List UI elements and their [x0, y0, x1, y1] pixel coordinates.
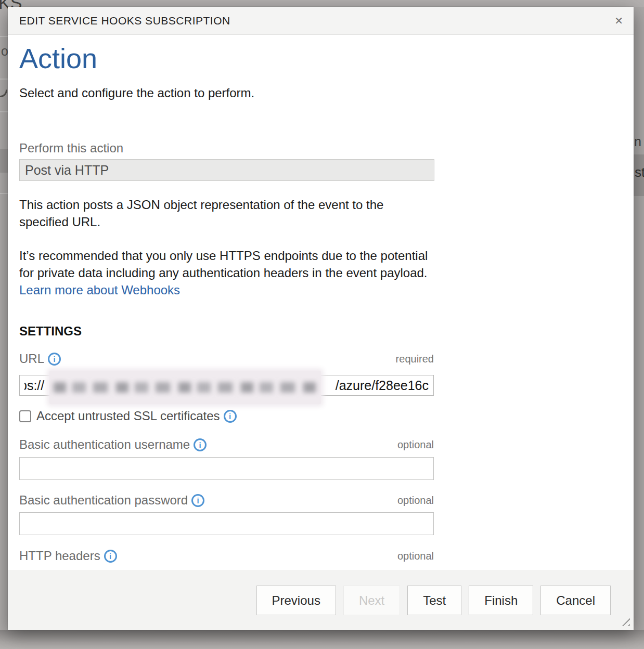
cancel-button[interactable]: Cancel — [540, 586, 611, 615]
password-label: Basic authentication password — [19, 493, 188, 508]
page-title: Action — [19, 42, 97, 74]
url-value-prefix: ps:// — [24, 378, 51, 393]
https-recommendation: It’s recommended that you only use HTTPS… — [19, 247, 435, 298]
dialog-title: EDIT SERVICE HOOKS SUBSCRIPTION — [19, 15, 230, 27]
url-label-row: URL i required — [19, 352, 434, 366]
dialog-titlebar: EDIT SERVICE HOOKS SUBSCRIPTION — [8, 7, 634, 35]
background-divider — [0, 36, 8, 37]
info-icon[interactable]: i — [48, 353, 61, 366]
background-divider — [0, 111, 8, 112]
redaction-blur-overlay — [49, 371, 321, 404]
settings-heading: SETTINGS — [19, 324, 82, 339]
info-icon[interactable]: i — [194, 438, 207, 451]
http-headers-label: HTTP headers — [19, 549, 100, 563]
url-label: URL — [19, 352, 44, 366]
action-select: Post via HTTP — [19, 159, 434, 181]
info-icon[interactable]: i — [224, 410, 237, 423]
https-recommendation-text: It’s recommended that you only use HTTPS… — [19, 249, 428, 280]
ssl-checkbox-row: Accept untrusted SSL certificates i — [19, 409, 434, 423]
username-input[interactable] — [19, 457, 434, 480]
url-value-suffix: /azure/f28ee16c — [336, 378, 429, 393]
background-top-strip — [0, 0, 644, 7]
background-divider — [0, 193, 8, 194]
ssl-checkbox[interactable] — [19, 410, 31, 422]
username-optional-badge: optional — [397, 439, 434, 451]
url-required-badge: required — [396, 353, 434, 365]
background-text-fragment: o — [1, 44, 8, 59]
action-select-value: Post via HTTP — [25, 163, 109, 178]
http-headers-label-row: HTTP headers i optional — [19, 549, 434, 563]
close-icon[interactable]: ✕ — [614, 7, 623, 35]
screen: KS o n D st EDIT SERVICE HOOKS SUBSCRIPT… — [0, 0, 644, 649]
background-selected-row-fragment — [0, 149, 8, 173]
info-icon[interactable]: i — [104, 550, 117, 563]
background-text-fragment: st — [635, 164, 644, 180]
password-label-row: Basic authentication password i optional — [19, 493, 434, 508]
username-label-row: Basic authentication username i optional — [19, 437, 434, 452]
background-shadow-area — [0, 630, 644, 649]
password-input[interactable] — [19, 512, 434, 535]
ssl-checkbox-label: Accept untrusted SSL certificates — [36, 409, 220, 423]
finish-button[interactable]: Finish — [469, 586, 533, 615]
action-description: This action posts a JSON object represen… — [19, 196, 435, 230]
background-divider — [0, 79, 8, 80]
next-button: Next — [343, 586, 400, 615]
previous-button[interactable]: Previous — [256, 586, 336, 615]
blurred-text — [54, 382, 317, 393]
test-button[interactable]: Test — [407, 586, 461, 615]
background-text-fragment: n D — [634, 134, 644, 149]
edit-service-hooks-dialog: EDIT SERVICE HOOKS SUBSCRIPTION ✕ Action… — [8, 7, 634, 630]
info-icon[interactable]: i — [191, 494, 204, 507]
page-subtitle: Select and configure the action to perfo… — [19, 86, 254, 100]
perform-action-label: Perform this action — [19, 141, 123, 155]
dialog-footer: Previous Next Test Finish Cancel — [8, 570, 634, 630]
learn-more-link[interactable]: Learn more about Webhooks — [19, 283, 180, 297]
username-label: Basic authentication username — [19, 437, 190, 452]
http-headers-optional-badge: optional — [397, 550, 434, 562]
password-optional-badge: optional — [397, 495, 434, 507]
